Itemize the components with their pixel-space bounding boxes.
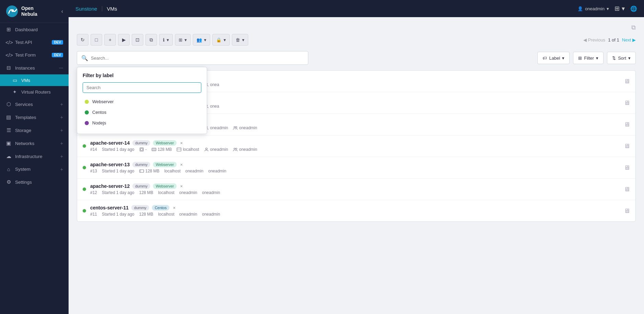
sidebar-item-settings[interactable]: ⚙ Settings [0,176,69,189]
nodejs-color-dot [85,121,89,125]
add-icon: + [60,114,63,120]
language-button[interactable]: 🌐 [630,5,637,12]
sidebar-item-label: Dashboard [15,27,63,32]
svg-point-40 [234,148,235,149]
vm-name[interactable]: apache-server-14 [90,140,130,146]
sidebar-item-vms[interactable]: ▭ VMs [0,74,69,86]
sort-dropdown-icon: ▾ [628,56,631,61]
sidebar-item-test-api[interactable]: </> Test API DEV [0,36,69,49]
label-search-input[interactable] [83,82,201,93]
vm-tag-dummy[interactable]: dummy [132,140,150,146]
sidebar-item-label: Infrastructure [15,154,57,159]
refresh-button[interactable]: ↻ [77,34,88,46]
create-button[interactable]: + [104,34,116,46]
memory-icon [152,147,156,152]
sidebar-collapse-button[interactable]: ‹ [61,8,63,14]
apps-button[interactable]: ⊞ ▾ [615,5,625,12]
table-row: apache-server-14 dummy Webserver ✕ #14 S… [77,135,635,157]
sidebar-item-virtual-routers[interactable]: ✦ Virtual Routers [0,86,69,98]
grid-dropdown[interactable]: ⊞ ▾ [175,34,191,46]
vm-started: Started 1 day ago [102,169,134,173]
sidebar-item-instances[interactable]: ⊟ Instances — [0,61,69,74]
vm-display-button[interactable]: 🖥 [624,207,630,215]
vm-host: localhost [158,212,174,217]
vm-name[interactable]: centos-server-11 [90,205,129,210]
vm-id: #12 [90,190,97,195]
vm-user: oneadmin [179,190,198,195]
vm-cpu: - [139,147,147,152]
snapshot-button[interactable]: ⧉ [145,34,157,46]
cpu-icon [139,147,144,152]
dropdown-chevron: ▾ [224,37,226,43]
group-icon [233,125,238,130]
users-dropdown[interactable]: 👥 ▾ [193,34,210,46]
sidebar-item-dashboard[interactable]: ⊞ Dashboard [0,23,69,36]
sort-button[interactable]: ⇅ Sort ▾ [607,52,636,64]
sidebar-item-storage[interactable]: ☰ Storage + [0,124,69,137]
sidebar-item-infrastructure[interactable]: ☁ Infrastructure + [0,150,69,163]
filter-button[interactable]: ⊞ Filter ▾ [573,52,604,64]
search-input[interactable] [91,56,304,61]
vm-tag-dummy[interactable]: dummy [132,183,150,189]
pagination: ◀ Previous 1 of 1 Next ▶ [583,37,636,43]
label-item-centos[interactable]: Centos [83,107,201,118]
memory-icon [139,169,144,173]
external-link-button[interactable]: ⧉ [631,24,636,31]
sidebar-item-test-form[interactable]: </> Test Form DEV [0,49,69,61]
add-icon: + [60,128,63,133]
next-button[interactable]: Next ▶ [622,37,636,43]
vm-tag-dummy[interactable]: dummy [131,205,149,210]
label-dropdown: Filter by label Webserver Centos Nodejs [77,67,207,134]
prev-button[interactable]: ◀ Previous [583,37,605,43]
user-avatar-icon: 👤 [577,6,583,11]
vm-display-button[interactable]: 🖥 [624,78,630,85]
migrate-button[interactable]: ⊡ [132,34,143,46]
vm-memory: 128 MB [152,147,172,152]
user-menu[interactable]: 👤 oneadmin ▾ [577,6,609,11]
vm-name[interactable]: apache-server-13 [90,162,130,167]
tag-remove-button[interactable]: ✕ [180,141,183,145]
tag-remove-button[interactable]: ✕ [180,163,183,167]
sidebar-item-templates[interactable]: ▤ Templates + [0,111,69,124]
vm-tag-dummy[interactable]: dummy [132,162,150,167]
sidebar-item-services[interactable]: ⬡ Services + [0,98,69,111]
play-button[interactable]: ▶ [118,34,130,46]
group-icon [233,147,238,152]
opennebula-logo-icon [5,5,19,18]
vm-display-button[interactable]: 🖥 [624,99,630,107]
vm-display-button[interactable]: 🖥 [624,143,630,150]
vm-name[interactable]: apache-server-12 [90,183,130,189]
label-item-nodejs[interactable]: Nodejs [83,118,201,128]
main-area: Sunstone | VMs 👤 oneadmin ▾ ⊞ ▾ 🌐 ⧉ ↻ □ … [69,0,644,314]
form-icon: </> [5,52,12,58]
vm-display-button[interactable]: 🖥 [624,164,630,171]
pagination-info: 1 of 1 [608,37,619,43]
vm-display-button[interactable]: 🖥 [624,121,630,128]
sidebar-item-label: Templates [15,115,57,120]
vm-info: apache-server-12 dummy Webserver ✕ #12 S… [90,183,620,195]
networks-icon: ▣ [5,140,12,146]
label-item-webserver[interactable]: Webserver [83,96,201,107]
tag-remove-button[interactable]: ✕ [173,206,176,210]
instances-icon: ⊟ [5,65,12,71]
vm-host: localhost [177,147,199,152]
settings-icon: ⚙ [5,179,12,185]
topbar-separator: | [101,5,103,12]
sidebar-item-networks[interactable]: ▣ Networks + [0,137,69,150]
info-dropdown[interactable]: ℹ ▾ [159,34,173,46]
host-icon [177,147,181,152]
vm-info: apache-server-14 dummy Webserver ✕ #14 S… [90,140,620,152]
filter-dropdown-icon: ▾ [596,56,598,61]
label-filter-button[interactable]: 🏷 Label ▾ [537,52,570,64]
vm-display-button[interactable]: 🖥 [624,186,630,193]
select-button[interactable]: □ [91,34,102,46]
topbar-title: VMs [107,6,117,12]
dropdown-chevron: ▾ [204,37,206,43]
trash-dropdown[interactable]: 🗑 ▾ [232,34,248,46]
vm-started: Started 1 day ago [102,147,134,152]
tag-remove-button[interactable]: ✕ [180,184,183,188]
lock-dropdown[interactable]: 🔒 ▾ [212,34,230,46]
label-item-name: Centos [92,110,106,115]
sidebar-item-system[interactable]: ⌂ System + [0,163,69,176]
label-item-name: Nodejs [92,120,106,125]
